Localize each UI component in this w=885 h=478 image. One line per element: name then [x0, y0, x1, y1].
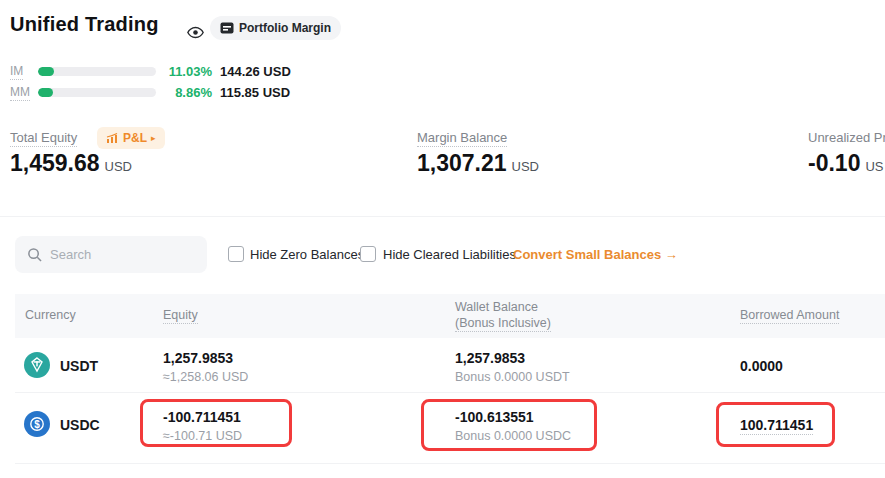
- margin-balance-value: 1,307.21USD: [417, 150, 539, 177]
- im-label[interactable]: IM: [10, 64, 36, 78]
- col-currency: Currency: [25, 308, 76, 322]
- usdc-coin-icon: $: [24, 411, 50, 437]
- usdc-name: USDC: [60, 417, 100, 433]
- page-title: Unified Trading: [10, 13, 159, 36]
- search-icon: [27, 247, 42, 262]
- col-wallet-balance[interactable]: Wallet Balance (Bonus Inclusive): [455, 300, 551, 330]
- section-divider: [0, 216, 885, 217]
- hide-cleared-liabilities-checkbox[interactable]: [360, 246, 376, 262]
- col-equity[interactable]: Equity: [163, 308, 198, 322]
- usdt-coin-icon: [24, 352, 50, 378]
- pnl-chart-icon: [106, 133, 119, 144]
- total-equity-label[interactable]: Total Equity: [10, 130, 77, 145]
- hide-cleared-liabilities-label: Hide Cleared Liabilities: [383, 247, 516, 262]
- mm-bar-row: MM 8.86% 115.85 USD: [10, 85, 290, 99]
- search-input[interactable]: [50, 247, 190, 262]
- hide-zero-balances-label: Hide Zero Balances: [250, 247, 364, 262]
- pnl-badge[interactable]: P&L ▸: [97, 127, 165, 149]
- bottom-divider: [15, 463, 885, 464]
- pnl-arrow-icon: ▸: [151, 133, 156, 143]
- hide-zero-balances-checkbox[interactable]: [228, 246, 244, 262]
- im-progress-track: [38, 67, 156, 76]
- table-header: Currency Equity Wallet Balance (Bonus In…: [15, 294, 885, 338]
- total-equity-value: 1,459.68USD: [10, 150, 132, 177]
- usdt-name: USDT: [60, 358, 98, 374]
- usdc-wallet-cell: -100.613551 Bonus 0.0000 USDC: [455, 409, 571, 443]
- im-progress-fill: [38, 67, 54, 76]
- row-divider: [15, 392, 885, 393]
- usdt-equity-cell: 1,257.9853 ≈1,258.06 USD: [163, 350, 248, 384]
- col-borrowed-amount[interactable]: Borrowed Amount: [740, 308, 839, 322]
- usdc-equity-cell: -100.711451 ≈-100.71 USD: [163, 409, 242, 443]
- margin-balance-label[interactable]: Margin Balance: [417, 130, 507, 145]
- mm-progress-fill: [38, 88, 53, 97]
- eye-icon[interactable]: [187, 24, 204, 41]
- unrealized-pnl-value: -0.10US: [808, 150, 884, 177]
- im-percent: 11.03%: [160, 64, 212, 79]
- mm-value: 115.85 USD: [220, 85, 290, 100]
- portfolio-margin-badge[interactable]: Portfolio Margin: [210, 16, 341, 40]
- usdc-borrowed-cell: 100.711451: [740, 417, 813, 433]
- pnl-label: P&L: [123, 131, 147, 145]
- unified-trading-panel: Unified Trading Portfolio Margin IM 11.0…: [0, 0, 885, 478]
- unrealized-pnl-label[interactable]: Unrealized Pr: [808, 130, 885, 145]
- mm-progress-track: [38, 88, 156, 97]
- mm-label[interactable]: MM: [10, 85, 36, 99]
- im-value: 144.26 USD: [220, 64, 291, 79]
- usdt-borrowed-cell: 0.0000: [740, 358, 783, 374]
- svg-text:$: $: [34, 419, 40, 430]
- usdt-wallet-cell: 1,257.9853 Bonus 0.0000 USDT: [455, 350, 570, 384]
- search-box[interactable]: [15, 236, 207, 273]
- im-bar-row: IM 11.03% 144.26 USD: [10, 64, 291, 78]
- portfolio-margin-icon: [220, 22, 234, 34]
- convert-small-balances-link[interactable]: Convert Small Balances →: [513, 247, 678, 262]
- portfolio-margin-label: Portfolio Margin: [239, 21, 331, 35]
- mm-percent: 8.86%: [160, 85, 212, 100]
